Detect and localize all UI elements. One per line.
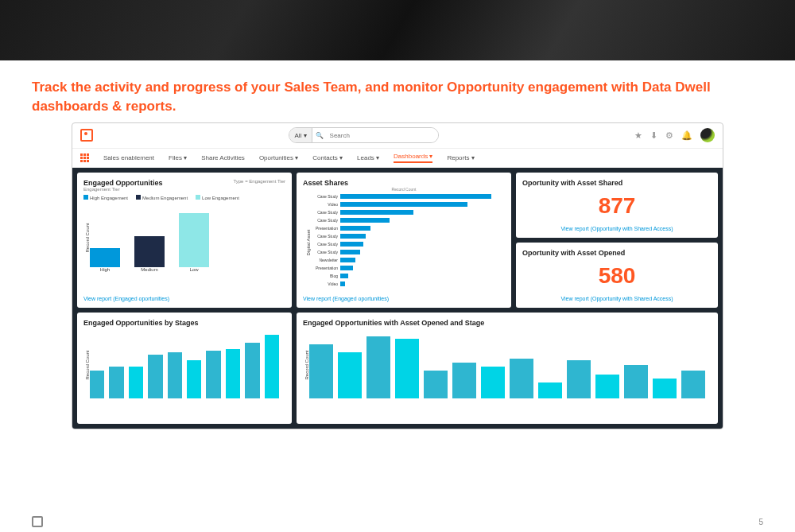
y-label: Record Count <box>85 223 90 252</box>
card-asset-opened: Oportunity with Asset Opened 580 View re… <box>516 243 718 308</box>
bar <box>245 343 259 398</box>
app-launcher-icon[interactable] <box>80 153 89 162</box>
card-title: Engaged Opportunities with Asset Opened … <box>303 319 712 327</box>
view-report-link[interactable]: View report (Opportunity with Shared Acc… <box>522 296 712 301</box>
engaged-bar-chart: Record Count <box>83 204 285 267</box>
metric-value: 580 <box>522 263 712 289</box>
page-number: 5 <box>758 518 763 526</box>
page-footer: 5 <box>0 516 795 527</box>
top-icons: ★ ⬇ ⚙ 🔔 <box>634 128 715 142</box>
legend-high: High Engagement <box>90 196 128 200</box>
legend-medium: Medium Engagement <box>142 196 188 200</box>
bar <box>90 371 104 398</box>
nav-sales-enablement[interactable]: Sales enablement <box>103 154 154 161</box>
star-icon[interactable]: ★ <box>634 130 642 141</box>
brand-logo-icon <box>80 129 93 142</box>
bar <box>187 360 201 398</box>
bar <box>134 236 165 267</box>
view-report-link[interactable]: View report (Engaged oportunities) <box>303 296 505 301</box>
nav-files[interactable]: Files ▾ <box>169 154 187 161</box>
metric-cards-column: Oportunity with Asset Shared 877 View re… <box>516 173 718 308</box>
avatar[interactable] <box>700 128 715 142</box>
card-asset-shares: Asset Shares Record Count Digital Asset … <box>297 173 511 308</box>
hbar-row: Video <box>306 201 502 208</box>
bar <box>395 339 419 398</box>
bar <box>148 355 162 398</box>
hbar-row: Video <box>306 281 502 288</box>
y-label: Record Count <box>85 350 90 379</box>
y-label: Digital Asset <box>306 230 311 256</box>
nav-opportunities[interactable]: Oportunities ▾ <box>259 154 298 161</box>
bar <box>653 379 677 398</box>
hbar-label: Video <box>306 282 338 286</box>
bar <box>338 352 362 398</box>
bar <box>226 349 240 398</box>
bar <box>309 344 333 398</box>
card-opened-and-stage: Engaged Opportunities with Asset Opened … <box>297 313 718 424</box>
bar <box>481 367 505 398</box>
download-icon[interactable]: ⬇ <box>650 130 657 141</box>
legend-low: Low Engagement <box>202 196 239 200</box>
bar <box>595 375 619 398</box>
gear-icon[interactable]: ⚙ <box>665 130 673 141</box>
hbar-row: Case Study <box>306 193 502 200</box>
bell-icon[interactable]: 🔔 <box>681 130 692 141</box>
hbar-row: Case Study <box>306 241 502 248</box>
nav-leads[interactable]: Leads ▾ <box>357 154 379 161</box>
card-title: Asset Shares <box>303 179 505 187</box>
hbar-row: Blog <box>306 273 502 280</box>
navbar: Sales enablement Files ▾ Share Activitie… <box>72 149 723 168</box>
bar <box>206 351 220 398</box>
bar <box>452 363 476 398</box>
bar <box>567 360 591 398</box>
card-subtitle-left: Engagement Tier <box>83 187 285 192</box>
bar <box>510 359 533 398</box>
bar <box>624 365 648 398</box>
hbar-label: Case Study <box>306 218 338 223</box>
card-engaged-by-stages: Engaged Opportunities by Stages Record C… <box>77 313 292 424</box>
stages-chart: Record Count <box>83 327 285 398</box>
nav-dashboards[interactable]: Dashboards ▾ <box>394 153 432 163</box>
hbar-row: Presentation <box>306 225 502 232</box>
dashboard-body: Engaged Opportunities Type = Engagement … <box>72 168 723 429</box>
hbar-row: Newsletter <box>306 257 502 264</box>
search-scope-dropdown[interactable]: All ▾ <box>289 128 312 142</box>
headline-text: Track the activity and progress of your … <box>0 60 795 122</box>
hbar-label: Newsletter <box>306 258 338 262</box>
card-title: Engaged Opportunities <box>83 179 163 187</box>
bar <box>681 371 705 398</box>
nav-contacts[interactable]: Contacts ▾ <box>312 154 343 161</box>
hero-banner <box>0 0 795 60</box>
nav-share-activities[interactable]: Share Activities <box>201 154 245 161</box>
search-input[interactable] <box>327 128 438 142</box>
hbar-label: Presentation <box>306 226 338 231</box>
hbar-row: Presentation <box>306 265 502 272</box>
hbar-label: Presentation <box>306 266 338 270</box>
app-frame: All ▾ 🔍 ★ ⬇ ⚙ 🔔 Sales enablement Files ▾… <box>72 122 723 429</box>
hbar-label: Case Study <box>306 234 338 239</box>
view-report-link[interactable]: View report (Opportunity with Shared Acc… <box>522 226 712 231</box>
opened-stage-chart: Record Count <box>303 327 712 398</box>
view-report-link[interactable]: View report (Engaged oportunities) <box>83 296 285 301</box>
card-title: Engaged Opportunities by Stages <box>83 319 285 327</box>
hbar-label: Case Study <box>306 250 338 254</box>
card-engaged-opportunities: Engaged Opportunities Type = Engagement … <box>77 173 292 308</box>
topbar: All ▾ 🔍 ★ ⬇ ⚙ 🔔 <box>72 123 723 149</box>
bar <box>90 248 120 267</box>
hbar-row: Case Study <box>306 209 502 216</box>
nav-reports[interactable]: Reports ▾ <box>447 154 474 161</box>
y-label: Record Count <box>304 350 309 379</box>
bar <box>366 336 390 398</box>
search-box[interactable]: All ▾ 🔍 <box>289 127 438 143</box>
metric-value: 877 <box>522 193 712 219</box>
hbar-label: Video <box>306 202 338 207</box>
hbar-label: Case Study <box>306 194 338 199</box>
bar <box>168 352 182 398</box>
bar <box>265 335 279 398</box>
asset-shares-chart: Digital Asset Case StudyVideoCase StudyC… <box>303 192 505 289</box>
card-subtitle-right: Type = Engagement Tier <box>233 179 285 184</box>
search-icon: 🔍 <box>312 132 327 139</box>
bar <box>129 367 143 398</box>
chart-legend: High Engagement Medium Engagement Low En… <box>83 195 285 200</box>
card-asset-shared: Oportunity with Asset Shared 877 View re… <box>516 173 718 238</box>
